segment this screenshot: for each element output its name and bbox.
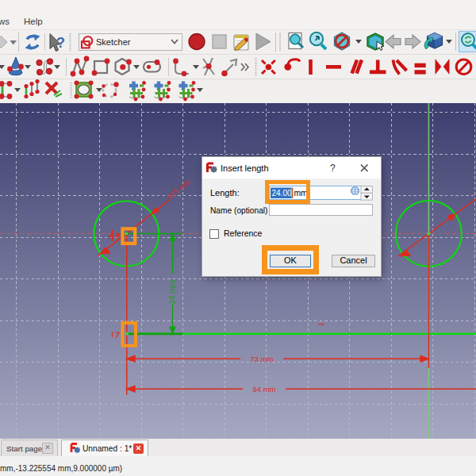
svg-text:24 mm: 24 mm (168, 280, 177, 305)
svg-text:ø15 mm: ø15 mm (164, 177, 191, 201)
svg-text:94 mm: 94 mm (252, 385, 275, 393)
svg-text:73 mm: 73 mm (250, 355, 273, 363)
